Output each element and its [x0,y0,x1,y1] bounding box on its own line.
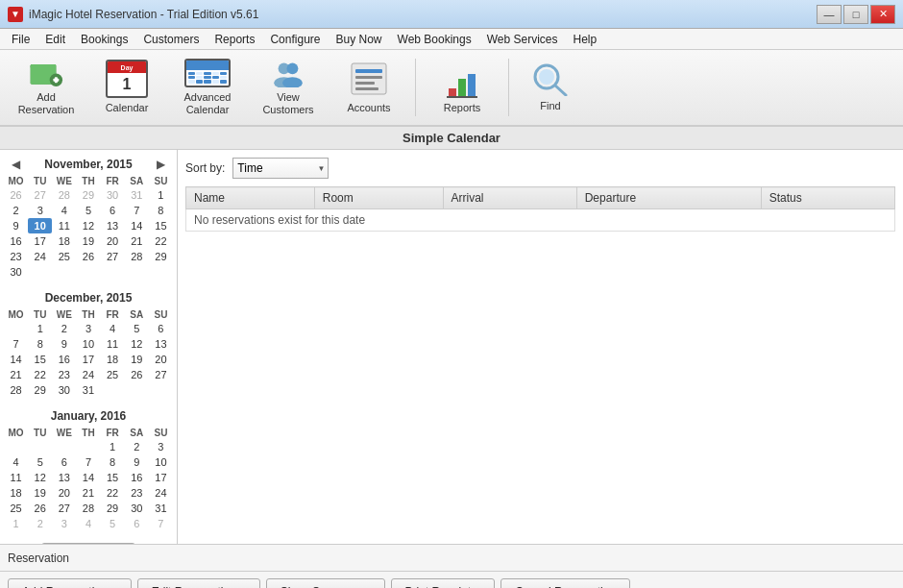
cal-day[interactable]: 13 [52,470,76,485]
cal-day[interactable]: 9 [52,336,76,352]
menu-buynow[interactable]: Buy Now [328,30,389,49]
cal-day[interactable]: 29 [76,187,100,203]
cal-day[interactable]: 1 [4,516,28,531]
cal-day[interactable]: 29 [101,501,125,516]
cal-day[interactable]: 26 [125,367,149,382]
cal-day[interactable]: 2 [125,439,149,454]
cal-day[interactable]: 2 [52,321,76,336]
cal-day[interactable]: 12 [125,336,149,352]
cal-day[interactable]: 22 [28,367,52,382]
cal-day[interactable]: 30 [4,264,28,280]
maximize-button[interactable]: □ [843,5,868,24]
cal-day[interactable]: 11 [4,470,28,485]
jump-to-today-button[interactable]: Jump to Today [41,543,134,544]
cal-day[interactable]: 16 [4,233,28,249]
close-button[interactable]: ✕ [870,5,895,24]
cal-day[interactable]: 13 [149,336,173,352]
cal-day[interactable]: 1 [28,321,52,336]
cal-day[interactable]: 29 [149,249,173,264]
cal-day[interactable]: 30 [125,501,149,516]
cal-day[interactable]: 5 [76,203,100,218]
cal-day[interactable]: 5 [101,516,125,531]
cal-day[interactable]: 28 [125,249,149,264]
cal-day[interactable]: 15 [101,470,125,485]
cal-day[interactable]: 23 [4,249,28,264]
toolbar-find[interactable]: Find [517,54,584,121]
cal-day[interactable]: 14 [125,218,149,233]
cal-day[interactable]: 11 [101,336,125,352]
cal-day[interactable]: 25 [4,501,28,516]
cal-day[interactable]: 2 [28,516,52,531]
cancel-reservation-button[interactable]: Cancel Reservation [500,578,630,589]
cal-day[interactable]: 8 [28,336,52,352]
cal-day[interactable]: 7 [76,454,100,470]
cal-day[interactable]: 26 [4,187,28,203]
menu-edit[interactable]: Edit [37,30,73,49]
cal-day[interactable]: 7 [4,336,28,352]
cal-day[interactable]: 21 [76,485,100,501]
toolbar-reports[interactable]: Reports [424,54,500,121]
cal-day[interactable]: 15 [28,352,52,367]
prev-month-nav[interactable]: ◀ [8,159,24,170]
toolbar-accounts[interactable]: Accounts [330,54,407,121]
cal-day[interactable]: 29 [28,382,52,398]
cal-day[interactable]: 16 [125,470,149,485]
cal-day[interactable]: 17 [149,470,173,485]
cal-day[interactable]: 28 [52,187,76,203]
cal-day[interactable]: 25 [52,249,76,264]
cal-day[interactable]: 14 [4,352,28,367]
next-month-nav[interactable]: ▶ [153,159,169,170]
cal-day[interactable]: 11 [52,218,76,233]
cal-day[interactable]: 28 [4,382,28,398]
cal-day[interactable]: 4 [52,203,76,218]
cal-day[interactable]: 27 [52,501,76,516]
cal-day[interactable]: 18 [4,485,28,501]
cal-day[interactable]: 1 [149,187,173,203]
cal-day[interactable]: 3 [28,203,52,218]
menu-bookings[interactable]: Bookings [73,30,135,49]
cal-day[interactable]: 12 [76,218,100,233]
cal-day[interactable]: 24 [76,367,100,382]
cal-day[interactable]: 23 [52,367,76,382]
cal-day[interactable]: 20 [101,233,125,249]
cal-day[interactable]: 9 [4,218,28,233]
cal-day[interactable]: 27 [28,187,52,203]
cal-day[interactable]: 20 [149,352,173,367]
cal-day[interactable]: 18 [101,352,125,367]
cal-day[interactable]: 18 [52,233,76,249]
cal-day[interactable]: 27 [101,249,125,264]
toolbar-view-customers[interactable]: View Customers [250,54,327,121]
menu-reports[interactable]: Reports [207,30,262,49]
cal-day[interactable]: 10 [149,454,173,470]
cal-day[interactable]: 14 [76,470,100,485]
menu-help[interactable]: Help [565,30,604,49]
cal-day[interactable]: 2 [4,203,28,218]
cal-day[interactable]: 7 [149,516,173,531]
cal-day[interactable]: 8 [149,203,173,218]
cal-day[interactable]: 19 [76,233,100,249]
toolbar-add-reservation[interactable]: Add Reservation [8,54,85,121]
cal-day[interactable]: 16 [52,352,76,367]
cal-day[interactable]: 7 [125,203,149,218]
cal-day[interactable]: 23 [125,485,149,501]
cal-day[interactable]: 30 [52,382,76,398]
sort-select[interactable]: Time Name Room Status [232,158,329,179]
cal-day[interactable]: 20 [52,485,76,501]
cal-day[interactable]: 6 [52,454,76,470]
cal-day[interactable]: 30 [101,187,125,203]
cal-day[interactable]: 26 [76,249,100,264]
cal-day[interactable]: 4 [76,516,100,531]
cal-day[interactable]: 31 [125,187,149,203]
cal-day[interactable]: 3 [76,321,100,336]
menu-web-bookings[interactable]: Web Bookings [390,30,479,49]
cal-day[interactable]: 25 [101,367,125,382]
cal-day[interactable]: 17 [28,233,52,249]
cal-day[interactable]: 12 [28,470,52,485]
add-reservation-button[interactable]: Add Reservation... [8,578,132,589]
print-receipt-button[interactable]: Print Receipt... [391,578,496,589]
cal-day[interactable]: 28 [76,501,100,516]
cal-day[interactable]: 27 [149,367,173,382]
cal-day[interactable]: 24 [149,485,173,501]
cal-day[interactable]: 9 [125,454,149,470]
menu-file[interactable]: File [4,30,37,49]
